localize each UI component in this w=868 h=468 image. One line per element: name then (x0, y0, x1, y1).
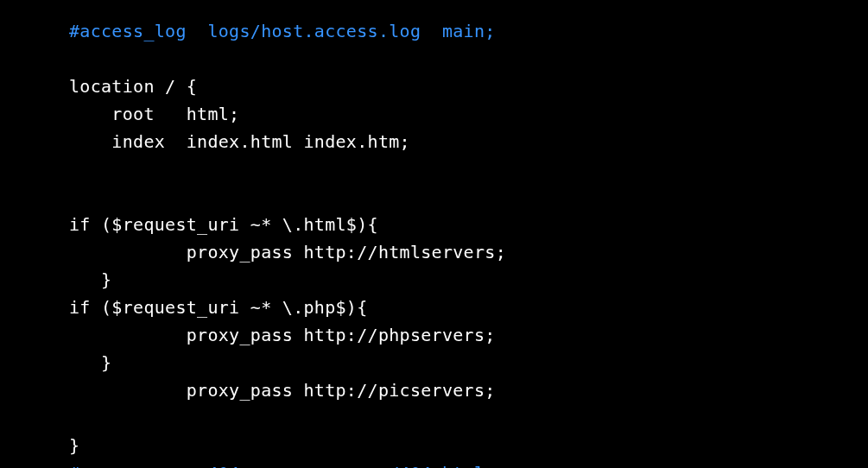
code-block: #access_log logs/host.access.log main; l… (0, 0, 868, 468)
code-line: } (69, 435, 79, 456)
code-line: } (69, 352, 111, 373)
code-line: } (69, 269, 111, 290)
code-line: proxy_pass http://htmlservers; (69, 242, 506, 262)
code-line: proxy_pass http://picservers; (69, 380, 496, 401)
code-line: if ($request_uri ~* \.php$){ (69, 297, 368, 318)
code-line: location / { (69, 76, 197, 97)
code-line: proxy_pass http://phpservers; (69, 325, 496, 345)
code-line: #access_log logs/host.access.log main; (69, 21, 496, 41)
code-line: #error_page 404 /404.html; (69, 463, 496, 468)
code-line: root html; (69, 104, 239, 124)
code-line: index index.html index.htm; (69, 131, 410, 152)
code-line: if ($request_uri ~* \.html$){ (69, 214, 378, 235)
